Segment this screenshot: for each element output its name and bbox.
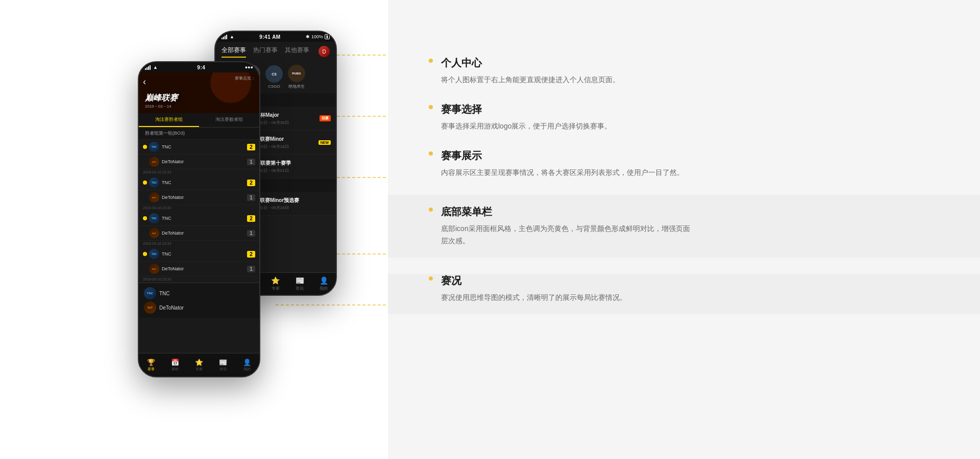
front-star-icon: ⭐ [195, 359, 203, 366]
team-det-4: DeToNator [162, 266, 247, 271]
summary-section: TNC TNC DeT DeToNator [139, 283, 259, 318]
match-3-team2-row: DeT DeToNator 1 [139, 226, 259, 241]
back-button[interactable]: ‹ [143, 76, 146, 87]
front-person-icon: 👤 [243, 359, 251, 366]
game-csgo[interactable]: CS CSGO [265, 65, 283, 89]
summary-det-logo: DeT [144, 301, 156, 314]
winner-dot-4 [143, 252, 147, 256]
winner-dot-1 [143, 145, 147, 149]
game-pubg[interactable]: PUBG 绝地求生 [288, 65, 305, 89]
tnc-logo-1: TNC [149, 142, 159, 152]
summary-tnc-logo: TNC [144, 287, 156, 299]
front-wifi-icon: ▲ [153, 65, 158, 70]
battery-area: ✱ 100% ▮ [306, 34, 330, 39]
tab-hot-events[interactable]: 热门赛事 [253, 46, 278, 58]
match-2-team2-row: DeT DeToNator 1 [139, 190, 259, 205]
dot-event-display [429, 151, 433, 156]
status-time: 9:41 AM [259, 34, 280, 40]
pubg-icon: PUBG [288, 65, 305, 82]
annotation-match-status: 赛况 赛况使用思维导图的模式，清晰明了的展示每局比赛情况。 [388, 274, 980, 314]
tnc-logo-4: TNC [149, 249, 159, 259]
match-tabs: 淘汰赛胜者组 淘汰赛败者组 [139, 113, 259, 128]
winner-dot-2 [143, 181, 147, 185]
summary-team2: DeT DeToNator [144, 301, 254, 314]
content-match-status: 赛况 赛况使用思维导图的模式，清晰明了的展示每局比赛情况。 [441, 274, 960, 304]
annotation-event-select: 赛事选择 赛事选择采用游戏logo展示，便于用户选择切换赛事。 [429, 103, 939, 133]
nav-expert[interactable]: ⭐ 专家 [271, 276, 280, 291]
match-4-team2-row: DeT DeToNator 1 [139, 262, 259, 276]
score-det-1: 1 [247, 159, 255, 165]
match-2-team1-row: TNC TNC 2 [139, 175, 259, 190]
wifi-icon: ▲ [230, 34, 234, 39]
back-phone-header: 全部赛事 热门赛事 其他赛事 D [215, 42, 336, 61]
front-bottom-nav: 🏆 赛事 📅 赛程 ⭐ 专家 📰 资讯 👤 我的 [139, 353, 259, 376]
content-bottom-nav: 底部菜单栏 底部icon采用面框风格，主色调为亮黄色，与背景颜色形成鲜明对比，增… [441, 205, 960, 247]
nav-profile[interactable]: 👤 我的 [320, 276, 328, 291]
star-icon: ⭐ [271, 276, 280, 285]
timestamp-2: 2019-03-16 23:33 [139, 205, 259, 211]
desc-event-select: 赛事选择采用游戏logo展示，便于用户选择切换赛事。 [441, 120, 696, 133]
tab-all-events[interactable]: 全部赛事 [222, 46, 246, 58]
event-tag: 招募 [320, 115, 331, 121]
score-det-3: 1 [247, 230, 255, 237]
event-sl-minor-info: SL-i联赛Minor 06月10日－06月16日 [250, 136, 318, 149]
det-logo-1: DeT [149, 157, 159, 167]
desc-bottom-nav: 底部icon采用面框风格，主色调为亮黄色，与背景颜色形成鲜明对比，增强页面层次感… [441, 223, 696, 247]
front-signal: ▲ [145, 65, 158, 70]
tab-losers[interactable]: 淘汰赛败者组 [199, 113, 259, 127]
bluetooth-icon: ✱ [306, 34, 310, 39]
front-nav-events[interactable]: 🏆 赛事 [147, 359, 155, 372]
front-trophy-icon: 🏆 [147, 359, 155, 366]
tab-winners[interactable]: 淘汰赛胜者组 [139, 113, 199, 127]
dot-event-select [429, 105, 433, 109]
desc-event-display: 内容展示区主要呈现赛事情况，将各大赛区采用列表形式，使用户一目了然。 [441, 167, 696, 179]
back-phone-tabs[interactable]: 全部赛事 热门赛事 其他赛事 D [222, 46, 330, 58]
front-nav-expert[interactable]: ⭐ 专家 [195, 359, 203, 372]
user-avatar[interactable]: D [318, 46, 330, 57]
front-status-bar: ▲ 9:4 ●●● [139, 62, 259, 72]
summary-team1: TNC TNC [144, 287, 254, 299]
front-nav-news[interactable]: 📰 资讯 [219, 359, 227, 372]
back-phone-status-bar: ▲ 9:41 AM ✱ 100% ▮ [215, 32, 336, 42]
content-personal-center: 个人中心 将个人图标置于右上角能更直观便捷进入个人信息页面。 [441, 56, 939, 86]
hero-banner: ‹ 赛事总览： 巅峰联赛 2019－03－14 [139, 72, 259, 113]
team-tnc-1: TNC [162, 144, 247, 149]
annotation-event-display: 赛事展示 内容展示区主要呈现赛事情况，将各大赛区采用列表形式，使用户一目了然。 [429, 149, 939, 179]
title-personal-center: 个人中心 [441, 56, 939, 70]
event-dreamleague-info: 巅峰联赛第十赛季 06月01日－06月01日 [250, 160, 331, 173]
title-match-status: 赛况 [441, 274, 960, 288]
nav-news[interactable]: 📰 资讯 [296, 276, 304, 291]
front-time: 9:4 [197, 65, 205, 70]
summary-det-name: DeToNator [159, 305, 184, 311]
loser-spacer-4 [143, 267, 147, 271]
dot-match-status [429, 276, 433, 280]
news-icon: 📰 [296, 276, 304, 285]
desc-personal-center: 将个人图标置于右上角能更直观便捷进入个人信息页面。 [441, 74, 696, 86]
title-bottom-nav: 底部菜单栏 [441, 205, 960, 219]
team-det-3: DeToNator [162, 231, 247, 236]
content-event-display: 赛事展示 内容展示区主要呈现赛事情况，将各大赛区采用列表形式，使用户一目了然。 [441, 149, 939, 179]
new-tag: NEW [318, 140, 331, 145]
person-icon: 👤 [320, 276, 328, 285]
match-1-team2-row: DeT DeToNator 1 [139, 155, 259, 169]
tnc-logo-2: TNC [149, 177, 159, 188]
score-tnc-4: 2 [247, 251, 255, 258]
team-tnc-4: TNC [162, 251, 247, 257]
dot-personal-center [429, 59, 433, 63]
front-nav-profile[interactable]: 👤 我的 [243, 359, 251, 372]
front-battery: ●●● [245, 65, 253, 70]
match-results: TNC TNC 2 DeT DeToNator 1 2019-03-16 23:… [139, 140, 259, 283]
score-tnc-2: 2 [247, 180, 255, 186]
csgo-icon: CS [265, 65, 283, 83]
score-tnc-3: 2 [247, 215, 255, 222]
match-3: TNC TNC 2 DeT DeToNator 1 2019-03-16 23:… [139, 211, 259, 247]
tab-other-events[interactable]: 其他赛事 [285, 46, 309, 58]
match-1-team1-row: TNC TNC 2 [139, 140, 259, 155]
det-logo-4: DeT [149, 264, 159, 274]
det-logo-3: DeT [149, 228, 159, 238]
front-news-icon: 📰 [219, 359, 227, 366]
battery-icon: ▮ [325, 34, 330, 39]
team-det-1: DeToNator [162, 159, 247, 164]
hero-date: 2019－03－14 [145, 104, 178, 109]
front-nav-schedule[interactable]: 📅 赛程 [171, 359, 179, 372]
